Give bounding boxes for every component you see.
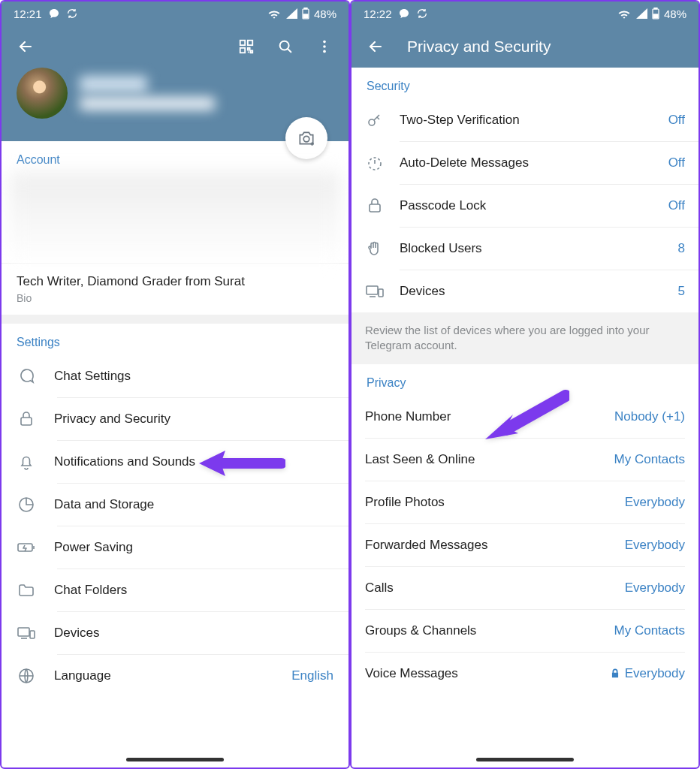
- back-button[interactable]: [359, 30, 392, 63]
- arrow-left-icon: [367, 38, 385, 56]
- row-calls[interactable]: Calls Everybody: [352, 567, 698, 609]
- svg-rect-4: [248, 41, 252, 45]
- row-value: Off: [668, 198, 685, 213]
- nav-handle[interactable]: [476, 758, 574, 761]
- row-value: 8: [678, 241, 685, 256]
- row-forwarded[interactable]: Forwarded Messages Everybody: [352, 524, 698, 566]
- svg-rect-5: [240, 48, 245, 53]
- bell-icon: [17, 453, 35, 471]
- chat-icon: [17, 367, 35, 385]
- row-label: Passcode Lock: [400, 198, 653, 213]
- battery-icon: [652, 8, 659, 20]
- row-value: Everybody: [625, 495, 685, 510]
- wifi-icon: [267, 8, 281, 19]
- settings-item-label: Language: [54, 668, 273, 683]
- row-value: My Contacts: [614, 623, 685, 638]
- screen-title: Privacy and Security: [407, 38, 551, 56]
- nav-handle[interactable]: [126, 758, 224, 761]
- row-label: Voice Messages: [365, 666, 610, 681]
- more-vertical-icon: [316, 38, 333, 55]
- profile-name-blurred: [80, 76, 147, 92]
- back-button[interactable]: [9, 30, 42, 63]
- sync-icon: [66, 8, 78, 20]
- lock-icon: [366, 197, 384, 215]
- settings-item-label: Chat Folders: [54, 583, 333, 598]
- battery-percent: 48%: [664, 8, 686, 20]
- row-phone-number[interactable]: Phone Number Nobody (+1): [352, 396, 698, 438]
- row-blocked[interactable]: Blocked Users 8: [352, 228, 698, 270]
- qr-icon: [238, 38, 255, 55]
- row-label: Calls: [365, 581, 625, 596]
- settings-item-label: Devices: [54, 626, 333, 641]
- svg-point-10: [303, 136, 309, 142]
- svg-rect-14: [18, 628, 29, 636]
- toolbar: [2, 26, 348, 68]
- settings-item-power[interactable]: Power Saving: [2, 526, 348, 568]
- wifi-icon: [617, 8, 631, 19]
- more-button[interactable]: [308, 30, 341, 63]
- battery-charge-icon: [17, 538, 36, 556]
- row-label: Phone Number: [365, 409, 614, 424]
- settings-item-folders[interactable]: Chat Folders: [2, 569, 348, 611]
- row-autodelete[interactable]: Auto-Delete Messages Off: [352, 142, 698, 184]
- globe-icon: [17, 667, 35, 685]
- chat-bubble-icon: [398, 8, 410, 20]
- change-photo-button[interactable]: [285, 117, 327, 159]
- profile-header: 12:21 48%: [2, 2, 348, 141]
- row-passcode[interactable]: Passcode Lock Off: [352, 185, 698, 227]
- qr-button[interactable]: [230, 30, 263, 63]
- avatar[interactable]: [17, 68, 68, 119]
- bio-text: Tech Writer, Diamond Grader from Surat: [17, 274, 333, 289]
- row-devices[interactable]: Devices 5: [352, 270, 698, 312]
- settings-item-privacy[interactable]: Privacy and Security: [2, 398, 348, 440]
- arrow-left-icon: [17, 38, 35, 56]
- svg-rect-24: [379, 289, 383, 297]
- svg-point-20: [369, 119, 375, 125]
- svg-rect-15: [30, 631, 35, 638]
- svg-rect-23: [367, 286, 378, 294]
- section-gap: [2, 315, 348, 324]
- row-profile-photos[interactable]: Profile Photos Everybody: [352, 481, 698, 523]
- pie-chart-icon: [17, 496, 35, 514]
- row-two-step[interactable]: Two-Step Verification Off: [352, 99, 698, 141]
- row-value: 5: [678, 284, 685, 299]
- row-label: Last Seen & Online: [365, 452, 614, 467]
- toolbar: 12:22 48% Privacy and Security: [352, 2, 698, 68]
- row-label: Groups & Channels: [365, 623, 614, 638]
- settings-item-label: Chat Settings: [54, 369, 333, 384]
- settings-item-language[interactable]: Language English: [2, 655, 348, 697]
- svg-rect-18: [654, 8, 657, 9]
- settings-item-label: Data and Storage: [54, 497, 333, 512]
- settings-item-label: Power Saving: [54, 540, 333, 555]
- settings-item-notifications[interactable]: Notifications and Sounds: [2, 441, 348, 483]
- row-value: Off: [668, 113, 685, 128]
- signal-icon: [635, 8, 647, 19]
- row-value: Off: [668, 155, 685, 170]
- settings-item-label: Privacy and Security: [54, 412, 333, 427]
- svg-rect-2: [303, 14, 308, 18]
- settings-item-chat[interactable]: Chat Settings: [2, 355, 348, 397]
- chat-bubble-icon: [48, 8, 60, 20]
- search-button[interactable]: [269, 30, 302, 63]
- search-icon: [277, 38, 294, 55]
- row-value: Nobody (+1): [614, 409, 685, 424]
- folder-icon: [17, 581, 35, 599]
- row-value: My Contacts: [614, 452, 685, 467]
- settings-item-data[interactable]: Data and Storage: [2, 484, 348, 526]
- row-last-seen[interactable]: Last Seen & Online My Contacts: [352, 439, 698, 481]
- row-voice-messages[interactable]: Voice Messages Everybody: [352, 653, 698, 695]
- settings-item-devices[interactable]: Devices: [2, 612, 348, 654]
- key-icon: [366, 111, 384, 129]
- lock-small-icon: [610, 668, 620, 679]
- bio-row[interactable]: Tech Writer, Diamond Grader from Surat B…: [2, 263, 348, 315]
- signal-icon: [285, 8, 297, 19]
- row-label: Profile Photos: [365, 495, 625, 510]
- devices-footer-note: Review the list of devices where you are…: [352, 312, 698, 364]
- row-groups[interactable]: Groups & Channels My Contacts: [352, 610, 698, 652]
- row-label: Forwarded Messages: [365, 538, 625, 553]
- sync-icon: [416, 8, 428, 20]
- svg-rect-11: [21, 418, 32, 425]
- row-value: Everybody: [625, 581, 685, 596]
- status-time: 12:22: [364, 8, 392, 20]
- settings-screen: 12:21 48%: [0, 0, 350, 769]
